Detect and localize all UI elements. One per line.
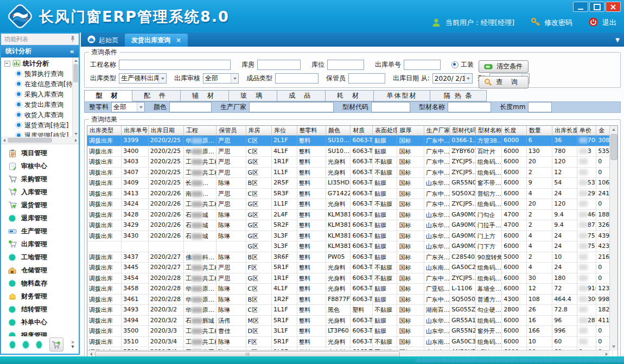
industrial-radio[interactable]: [451, 61, 459, 68]
maximize-button[interactable]: [589, 2, 604, 12]
logout-button[interactable]: 退出: [602, 18, 616, 28]
table-row[interactable]: 调拨出库34032020/2/25工共工程严思G区1R1F整料光身料6063-T…: [87, 157, 613, 168]
column-header-工程[interactable]: 工程: [184, 126, 217, 135]
tab-home[interactable]: 起始页: [81, 34, 125, 47]
tab-shipment-outbound-query[interactable]: 发货出库查询 ×: [125, 34, 188, 47]
search-button[interactable]: 查 询: [479, 76, 529, 88]
sidebar-item-退货管理[interactable]: 退货管理: [1, 199, 79, 212]
collapse-left-icon[interactable]: «: [70, 47, 74, 55]
pin-icon[interactable]: [70, 35, 75, 43]
column-header-保管员[interactable]: 保管员: [217, 126, 246, 135]
tree-item-退库管理[待定][interactable]: 退库管理[待定]: [1, 131, 73, 137]
sidebar-item-工地管理[interactable]: 工地管理: [1, 251, 79, 264]
material-tab-配件[interactable]: 配 件: [132, 90, 181, 101]
tree-expander-icon[interactable]: [4, 61, 10, 67]
column-header-出库长度[interactable]: 出库长度: [552, 126, 577, 135]
tab-close-icon[interactable]: ×: [176, 36, 181, 44]
location-input[interactable]: [327, 60, 364, 70]
table-row[interactable]: 调拨出库33992020/2/25华原…严思C区2L1F整料SU10…6063-…: [87, 136, 613, 146]
table-row[interactable]: 调拨出库34452020/2/27工共工程严思F区5R1F整料光身料6063-T…: [87, 263, 613, 273]
scroll-right-icon[interactable]: [73, 137, 79, 144]
material-tab-耗材[interactable]: 耗 材: [326, 90, 374, 101]
manufacturer-input[interactable]: [249, 102, 334, 112]
table-row[interactable]: 调拨出库34092020/2/25长…陈琳B区2R5F整料LI35HD6063-…: [87, 178, 613, 189]
scroll-down-icon[interactable]: [73, 131, 79, 137]
column-header-出库单号[interactable]: 出库单号: [122, 126, 148, 135]
table-row[interactable]: 调拨出库34612020/2/28华原…陈琳B区1R2F整料F8877FT606…: [87, 295, 613, 305]
material-tab-玻璃[interactable]: 玻 璃: [229, 90, 277, 101]
sidebar-item-结转管理[interactable]: 结转管理: [1, 303, 79, 316]
column-header-单价[interactable]: 单价: [577, 126, 597, 135]
table-row[interactable]: 调拨出库34372020/2/27佛科…陈琳B区3R6F整料PW056063-T…: [87, 252, 613, 263]
tree-vertical-scrollbar[interactable]: [72, 58, 79, 137]
material-tab-隔热条[interactable]: 隔 热 条: [430, 90, 487, 101]
column-header-表面处理[interactable]: 表面处理: [373, 126, 397, 135]
sidebar-item-生产管理[interactable]: 生产管理: [1, 225, 79, 238]
material-tab-成品[interactable]: 成 品: [277, 90, 326, 101]
scroll-up-icon[interactable]: [73, 58, 79, 63]
column-header-膜厚[interactable]: 膜厚: [397, 126, 424, 135]
table-row[interactable]: 调拨出库34942020/3/2石辉城汤伟M区5R1F整料光身料6063-T5贴…: [87, 316, 613, 327]
sidebar-item-审核中心[interactable]: 审核中心: [1, 159, 79, 173]
sidebar-item-财务管理[interactable]: 财务管理: [1, 290, 79, 303]
table-row[interactable]: 调拨出库34932020/3/2华原…陈琳C区1L1F整料黑色塑料不贴膜国标湖南…: [87, 305, 613, 316]
date-from-picker[interactable]: 2020/ 2/16: [432, 73, 473, 84]
table-row[interactable]: 调拨出库34002020/2/25华原…严思C区4L1F整料SU10…6063-…: [87, 146, 613, 157]
tree-item-在途信息查询[待[interactable]: 在途信息查询[待: [1, 79, 73, 90]
tree-item-采购入库查询[interactable]: 采购入库查询: [1, 90, 73, 100]
column-header-库房[interactable]: 库房: [246, 126, 272, 135]
footer-module-dot-icon[interactable]: [10, 341, 15, 348]
table-row[interactable]: 调拨出库34292020/2/26石城陈琳G区5R2F整料KLM38176063…: [87, 220, 613, 231]
tab-overflow-chevron-icon[interactable]: ▼: [615, 37, 620, 43]
material-tab-辅材[interactable]: 辅 材: [181, 90, 229, 101]
profile-code-input[interactable]: [371, 102, 410, 112]
tree-root-statistics[interactable]: 统计分析: [1, 59, 73, 69]
whole-part-select[interactable]: 全部: [111, 102, 145, 112]
color-input[interactable]: [169, 102, 212, 112]
table-row[interactable]: G区3L3F整料KLM38176063-T5贴膜国标山东华…GA90M09…门下…: [87, 241, 613, 252]
tree-scroll-thumb[interactable]: [73, 64, 78, 82]
table-row[interactable]: 调拨出库34542020/2/28工共工程严思G区1R1F整料光身料6063-T…: [87, 273, 613, 284]
column-header-材质[interactable]: 材质: [351, 126, 373, 135]
tree-item-退货查询[待定][interactable]: 退货查询[待定]: [1, 120, 73, 131]
scroll-up-icon[interactable]: [610, 126, 617, 133]
footer-overflow-button[interactable]: »▾: [71, 340, 74, 349]
keeper-input[interactable]: [348, 73, 385, 84]
footer-module-dot-icon[interactable]: [36, 341, 42, 348]
sidebar-item-入库管理[interactable]: 入库管理: [1, 186, 79, 199]
product-type-input[interactable]: [275, 73, 319, 84]
outbound-audit-select[interactable]: 全部: [203, 73, 239, 84]
column-header-出库日期[interactable]: 出库日期: [149, 126, 184, 135]
material-tab-型材[interactable]: 型 材: [84, 90, 132, 101]
tree-item-预算执行查询[interactable]: 预算执行查询: [1, 69, 73, 79]
profile-name-input[interactable]: [448, 102, 491, 112]
table-row[interactable]: 调拨出库34302020/2/26石城陈琳G区3L3F整料KLM38176063…: [87, 231, 613, 242]
column-header-型材代码[interactable]: 型材代码: [450, 126, 475, 135]
footer-module-dot-icon[interactable]: [23, 341, 28, 348]
table-row[interactable]: 调拨出库34072020/2/25工共工程严思G区1L1F整料光身料6063-T…: [87, 168, 613, 178]
tree-hscroll-thumb[interactable]: [8, 138, 52, 143]
column-header-库位[interactable]: 库位: [272, 126, 297, 135]
table-row[interactable]: 调拨出库34132020/2/26南…严思C区5R3F整料G714226063-…: [87, 189, 613, 200]
column-header-数量[interactable]: 数量: [527, 126, 552, 135]
column-header-型材名称[interactable]: 型材名称: [476, 126, 502, 135]
table-row[interactable]: 调拨出库35102020/3/4工共工程陈琳F区5R1F整料光身料6063-T5…: [87, 337, 613, 348]
grid-vscroll-thumb[interactable]: [610, 134, 617, 160]
clear-conditions-button[interactable]: 清空条件: [479, 60, 529, 73]
sidebar-item-补单中心[interactable]: 补单中心: [1, 316, 79, 329]
sidebar-item-采购管理[interactable]: 采购管理: [1, 173, 79, 186]
sidebar-item-报废管理[interactable]: 报废管理: [1, 329, 79, 336]
scroll-down-icon[interactable]: [610, 343, 617, 350]
table-row[interactable]: 调拨出库34582020/2/28华原…陈琳C区4L1F整料光身料6063-T5…: [87, 284, 613, 295]
outbound-order-input[interactable]: [404, 60, 441, 70]
column-header-长度[interactable]: 长度: [502, 126, 526, 135]
table-row[interactable]: 调拨出库34242020/2/26工共工程严思G区1L1F整料光身料6063-T…: [87, 199, 613, 210]
column-header-整零料[interactable]: 整零料: [297, 126, 326, 135]
sidebar-item-项目管理[interactable]: 项目管理: [1, 146, 79, 159]
table-row[interactable]: 调拨出库35002020/3/3工共工程曹佳D区3L1F整料LT3P606063…: [87, 326, 613, 337]
tree-item-收货入库查询[interactable]: 收货入库查询: [1, 110, 73, 120]
material-tab-单体型材[interactable]: 单体型材: [374, 90, 430, 101]
column-header-颜色[interactable]: 颜色: [326, 126, 351, 135]
table-row[interactable]: 调拨出库34282020/2/26石城陈琳G区2L4F整料KLM38176063…: [87, 210, 613, 221]
grid-vertical-scrollbar[interactable]: [609, 126, 617, 350]
